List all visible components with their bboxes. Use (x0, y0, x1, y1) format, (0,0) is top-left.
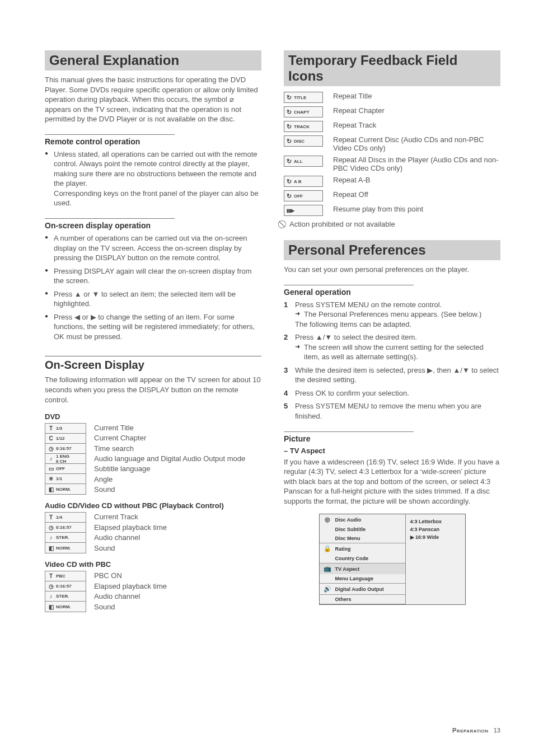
prohibit-text: Action prohibited or not available (289, 220, 395, 228)
title-icon: T (48, 573, 54, 579)
footer-section: Preparation (452, 727, 489, 734)
steps-list: 1 Press SYSTEM MENU on the remote contro… (284, 300, 500, 421)
acd-osd-table: T1/4 ◷0:16:57 ♪STER. ◧NORM. Current Trac… (45, 512, 261, 553)
tv-icon: 📺 (323, 565, 332, 572)
tv-aspect-heading: – TV Aspect (284, 447, 500, 455)
osd-op-b3: Press ▲ or ▼ to select an item; the sele… (45, 289, 261, 309)
osd-op-b2: Pressing DISPLAY again will clear the on… (45, 266, 261, 286)
opt-wide: ▶ 16:9 Wide (410, 533, 461, 541)
repeat-icon: ↻ (287, 109, 292, 116)
label: Elapsed playback time (94, 581, 167, 591)
repeat-track-chip: ↻TRACK (284, 121, 323, 132)
acd-osd-labels: Current Track Elapsed playback time Audi… (94, 512, 167, 553)
osd-cell: TPBC (45, 571, 86, 581)
repeat-off-chip: ↻OFF (284, 190, 323, 201)
sound-icon: ◧ (48, 604, 54, 610)
desc: Repeat Track (333, 121, 500, 129)
left-column: General Explanation This manual gives th… (45, 50, 261, 618)
osd-op-bullets: A number of operations can be carried ou… (45, 233, 261, 341)
desc: Repeat Off (333, 190, 500, 199)
osd-cell-time: ◷0:16:57 (45, 444, 86, 454)
osd-cell-audio: ♪1 ENG 6 CH (45, 454, 86, 464)
vcd-osd-labels: PBC ON Elapsed playback time Audio chann… (94, 571, 167, 612)
right-column: Temporary Feedback Field Icons ↻TITLE Re… (284, 50, 500, 618)
vcd-osd-table: TPBC ◷0:16:57 ♪STER. ◧NORM. PBC ON Elaps… (45, 571, 261, 612)
angle-icon: ✳ (48, 476, 54, 482)
clock-icon: ◷ (48, 524, 54, 530)
label-angle: Angle (94, 475, 245, 485)
label-audio-lang: Audio language and Digital Audio Output … (94, 454, 245, 464)
h1-text: Temporary Feedback Field Icons (288, 53, 496, 84)
osd-intro: The following information will appear on… (45, 375, 261, 405)
speaker-icon: ♪ (48, 593, 54, 599)
dvd-osd-stack: T1/3 C1/12 ◷0:16:57 ♪1 ENG 6 CH ▭OFF ✳1/… (45, 423, 86, 495)
pp-intro: You can set your own personal preference… (284, 265, 500, 275)
subhead-picture: Picture (284, 431, 414, 443)
step-5: 5Press SYSTEM MENU to remove the menu wh… (284, 401, 500, 421)
repeat-icon: ↻ (287, 178, 292, 185)
label-current-title: Current Title (94, 423, 245, 433)
lock-icon: 🔒 (323, 545, 332, 552)
opt-letterbox: 4:3 Letterbox (410, 518, 461, 525)
menu-tv-aspect-selected: 📺TV Aspect (320, 564, 405, 574)
feedback-icon-list: ↻TITLE Repeat Title ↻CHAPT Repeat Chapte… (284, 92, 500, 216)
dvd-subhead: DVD (45, 412, 261, 421)
osd-cell-subtitle: ▭OFF (45, 464, 86, 474)
h1-text: Personal Preferences (288, 242, 496, 258)
tv-aspect-paragraph: If you have a widescreen (16:9) TV, sele… (284, 457, 500, 506)
opt-panscan: 4:3 Panscan (410, 525, 461, 533)
label: Current Track (94, 512, 167, 522)
step-2: 2 Press ▲/▼ to select the desired item. … (284, 332, 500, 362)
repeat-title-chip: ↻TITLE (284, 92, 323, 103)
label: Elapsed playback time (94, 523, 167, 533)
osd-cell-sound: ◧NORM. (45, 484, 86, 494)
osd-cell: ◷0:16:57 (45, 581, 86, 591)
acd-subhead: Audio CD/Video CD without PBC (Playback … (45, 501, 261, 510)
desc: Resume play from this point (333, 205, 500, 213)
menu-left-panel: ◎Disc Audio Disc Subtitle Disc Menu 🔒Rat… (320, 514, 406, 604)
clock-icon: ◷ (48, 583, 54, 589)
intro-paragraph: This manual gives the basic instructions… (45, 75, 261, 124)
disc-icon: ◎ (323, 516, 332, 523)
vcd-osd-stack: TPBC ◷0:16:57 ♪STER. ◧NORM. (45, 571, 86, 612)
subtitle-icon: ▭ (48, 466, 54, 472)
label: Sound (94, 602, 167, 612)
heading-general-explanation: General Explanation (45, 50, 261, 71)
sound-icon: ◧ (48, 486, 54, 492)
repeat-icon: ↻ (287, 94, 292, 101)
repeat-icon: ↻ (287, 138, 292, 145)
osd-cell-angle: ✳1/1 (45, 474, 86, 484)
osd-op-b1: A number of operations can be carried ou… (45, 233, 261, 263)
heading-personal-preferences: Personal Preferences (284, 240, 500, 260)
osd-cell: ◷0:16:57 (45, 523, 86, 533)
osd-cell: T1/4 (45, 513, 86, 523)
page-footer: Preparation 13 (452, 727, 500, 734)
dvd-osd-table: T1/3 C1/12 ◷0:16:57 ♪1 ENG 6 CH ▭OFF ✳1/… (45, 423, 261, 495)
subhead-remote: Remote control operation (45, 134, 175, 146)
remote-bullet-1: Unless stated, all operations can be car… (45, 149, 261, 208)
footer-page-number: 13 (494, 727, 500, 734)
step-1: 1 Press SYSTEM MENU on the remote contro… (284, 300, 500, 330)
label-current-chapter: Current Chapter (94, 433, 245, 443)
osd-cell: ◧NORM. (45, 602, 86, 612)
title-icon: T (48, 425, 54, 431)
manual-page: General Explanation This manual gives th… (0, 0, 534, 756)
repeat-ab-chip: ↻A B (284, 176, 323, 187)
subhead-general-operation: General operation (284, 285, 414, 297)
prohibit-row: ⃠ Action prohibited or not available (284, 219, 500, 229)
audio-out-icon: 🔊 (323, 585, 332, 593)
repeat-icon: ↻ (287, 123, 292, 130)
desc: Repeat Chapter (333, 106, 500, 115)
label: Audio channel (94, 591, 167, 602)
step-3: 3While the desired item is selected, pre… (284, 365, 500, 385)
osd-cell: ♪STER. (45, 591, 86, 602)
clock-icon: ◷ (48, 445, 54, 452)
dvd-osd-labels: Current Title Current Chapter Time searc… (94, 423, 245, 495)
osd-cell-chapter: C1/12 (45, 434, 86, 444)
step-4: 4Press OK to confirm your selection. (284, 388, 500, 398)
preferences-menu-screenshot: ◎Disc Audio Disc Subtitle Disc Menu 🔒Rat… (319, 514, 466, 605)
h1-text: General Explanation (49, 53, 257, 68)
label: PBC ON (94, 571, 167, 581)
subhead-osd-operation: On-screen display operation (45, 218, 175, 230)
speaker-icon: ♪ (48, 456, 54, 462)
